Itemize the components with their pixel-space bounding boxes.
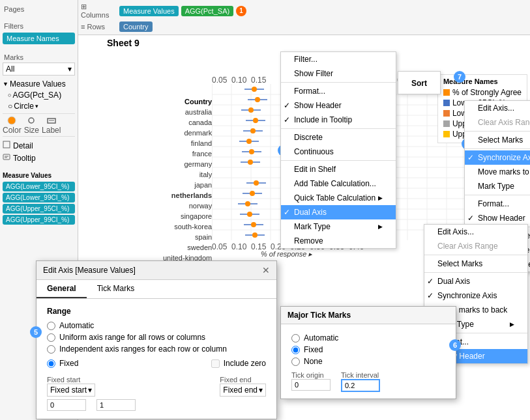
badge-5[interactable]: 5 [30, 326, 42, 338]
cm2-mark-type[interactable]: Mark Type ▶ [465, 179, 530, 193]
check-icon-3: ✓ [284, 208, 290, 217]
menu-edit-shelf[interactable]: Edit in Shelf [281, 162, 396, 176]
svg-point-48 [249, 149, 254, 154]
marks-icon-row: Color Size Label [3, 113, 75, 137]
menu-continuous[interactable]: Continuous [281, 145, 396, 159]
cm2-clear-range[interactable]: Clear Axis Range [465, 115, 530, 130]
measure-names-filter[interactable]: Measure Names [3, 33, 75, 44]
badge-7[interactable]: 7 [454, 71, 465, 83]
cm3-dual-axis[interactable]: ✓Dual Axis [424, 274, 527, 288]
badge-1[interactable]: 1 [236, 6, 246, 16]
edit-axis-dialog: Edit Axis [Measure Values] ✕ General Tic… [36, 260, 277, 419]
measure-values-row[interactable]: ▼ Measure Values [3, 78, 75, 90]
menu-filter[interactable]: Filter... [281, 52, 396, 66]
legend-color-1 [443, 100, 450, 106]
mv-pill-2[interactable]: AGG(Upper_95CI_%) [3, 204, 75, 214]
dialog-close-button[interactable]: ✕ [262, 265, 270, 275]
country-canada: canada [163, 118, 212, 127]
tooltip-row[interactable]: Tooltip [3, 152, 75, 164]
check-icon: ✓ [284, 101, 290, 110]
color-button[interactable]: Color [3, 115, 22, 135]
svg-rect-5 [3, 154, 10, 160]
agg-row[interactable]: ○ AGG(Pct_SA) [3, 90, 75, 100]
menu-discrete[interactable]: Discrete [281, 130, 396, 145]
separator-2 [281, 128, 396, 129]
legend-item-0: % of Strongly Agree [443, 88, 522, 97]
tick-interval-input[interactable] [341, 379, 380, 392]
cm3-clear-range[interactable]: Clear Axis Range [424, 239, 527, 253]
country-header: Country [163, 97, 212, 106]
marks-section: Marks All ▾ ▼ Measure Values ○ AGG(Pct_S… [3, 51, 75, 164]
svg-rect-4 [3, 141, 10, 148]
mv-pill-3[interactable]: AGG(Upper_99CI_%) [3, 215, 75, 225]
fixed-end-select[interactable]: Fixed end ▾ [220, 384, 266, 397]
fixed-end-input[interactable] [96, 399, 136, 411]
badge-6[interactable]: 6 [449, 339, 461, 351]
context-menu-1: Filter... Show Filter Format... ✓Show He… [280, 51, 396, 249]
fixed-start-select[interactable]: Fixed start ▾ [47, 384, 95, 397]
svg-point-40 [248, 107, 254, 113]
rows-shelf: ≡ Rows Country [81, 20, 527, 33]
tick-origin-input[interactable] [291, 379, 331, 391]
radio-automatic[interactable]: Automatic [47, 321, 266, 330]
svg-point-50 [248, 160, 253, 165]
radio-uniform[interactable]: Uniform axis range for all rows or colum… [47, 333, 266, 342]
menu-remove[interactable]: Remove [281, 234, 396, 248]
measure-values-pill[interactable]: Measure Values [119, 6, 179, 16]
svg-point-62 [251, 222, 256, 227]
mv-pill-1[interactable]: AGG(Lower_99CI_%) [3, 193, 75, 203]
cm3-select-marks[interactable]: Select Marks [424, 257, 527, 271]
columns-label: ⊞ Columns [81, 3, 117, 19]
label-button[interactable]: Label [42, 115, 61, 135]
fixed-start-input[interactable] [47, 399, 86, 411]
tab-tick-marks[interactable]: Tick Marks [87, 280, 145, 298]
country-list: Country australia canada denmark finland… [163, 97, 212, 262]
menu-quick-calc[interactable]: Quick Table Calculation ▶ [281, 191, 396, 205]
menu-mark-type[interactable]: Mark Type ▶ [281, 219, 396, 234]
tick-dialog-body: Automatic Fixed None Tick origin Tick in… [281, 324, 456, 399]
svg-point-42 [253, 118, 258, 123]
cm2-sync-axis[interactable]: ✓Synchronize Axis [465, 150, 530, 165]
menu-dual-axis[interactable]: ✓Dual Axis [281, 205, 396, 219]
tooltip-icon [3, 153, 10, 163]
fixed-row: Fixed Include zero [47, 356, 266, 371]
radio-independent[interactable]: Independent axis ranges for each row or … [47, 344, 266, 354]
country-japan: japan [163, 180, 212, 189]
country-spain: spain [163, 232, 212, 242]
country-australia: australia [163, 107, 212, 117]
tick-auto[interactable]: Automatic [291, 333, 445, 343]
tab-general[interactable]: General [37, 280, 87, 298]
include-zero-row: Include zero [211, 359, 266, 368]
marks-label: Marks [3, 51, 75, 63]
radio-fixed[interactable]: Fixed [47, 359, 78, 368]
svg-point-44 [250, 128, 256, 133]
country-netherlands: netherlands [163, 191, 212, 200]
circle-row[interactable]: ○ Circle ▾ [3, 102, 75, 111]
cm3-edit-axis[interactable]: Edit Axis... [424, 225, 527, 239]
cm2-select-marks[interactable]: Select Marks [465, 133, 530, 147]
cm2-show-header[interactable]: ✓Show Header [465, 211, 530, 225]
menu-add-calc[interactable]: Add Table Calculation... [281, 176, 396, 191]
menu-include-tooltip[interactable]: ✓Include in Tooltip [281, 113, 396, 127]
tick-none[interactable]: None [291, 357, 445, 366]
menu-format[interactable]: Format... [281, 84, 396, 98]
svg-point-0 [8, 117, 16, 124]
country-sweden: sweden [163, 243, 212, 252]
agg-pill[interactable]: AGG(Pct_SA) [181, 6, 233, 16]
pages-label: Pages [3, 3, 75, 14]
cm3-sync-axis[interactable]: ✓Synchronize Axis [424, 288, 527, 303]
cm2-move-front[interactable]: Move marks to front [465, 165, 530, 179]
cm2-format[interactable]: Format... [465, 197, 530, 211]
svg-point-56 [250, 191, 255, 196]
marks-all-dropdown[interactable]: All ▾ [3, 63, 75, 76]
menu-show-header[interactable]: ✓Show Header [281, 98, 396, 113]
size-button[interactable]: Size [24, 115, 39, 135]
tick-fixed[interactable]: Fixed [291, 345, 445, 354]
detail-row[interactable]: Detail [3, 139, 75, 152]
mv-pill-0[interactable]: AGG(Lower_95CI_%) [3, 182, 75, 191]
country-pill[interactable]: Country [119, 21, 153, 32]
menu-show-filter[interactable]: Show Filter [281, 66, 396, 81]
separator-1 [281, 82, 396, 83]
submenu-arrow-icon: ▶ [378, 195, 383, 201]
cm2-edit-axis[interactable]: Edit Axis... [465, 101, 530, 115]
